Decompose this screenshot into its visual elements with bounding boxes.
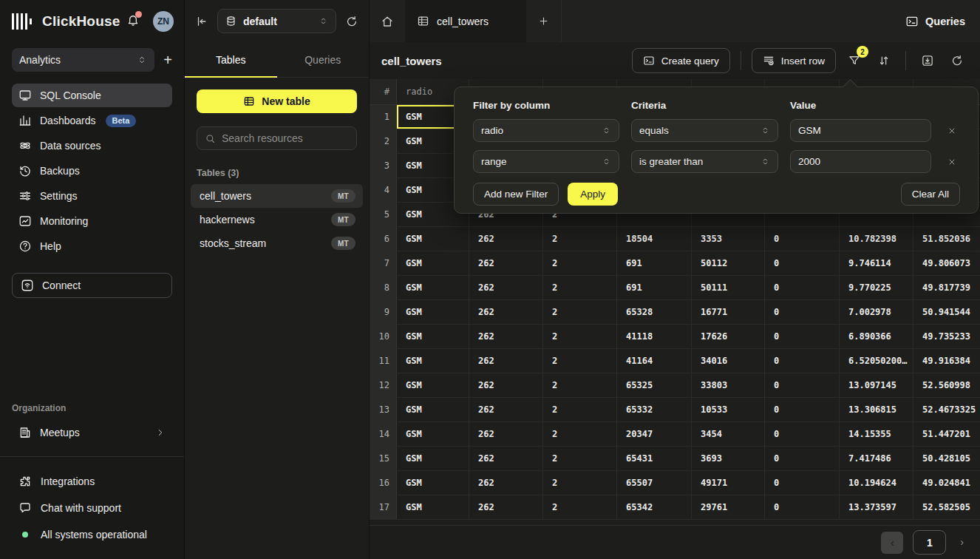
- cell[interactable]: 3454: [692, 422, 765, 446]
- tab-queries[interactable]: Queries: [277, 42, 370, 77]
- cell[interactable]: 2: [543, 300, 617, 324]
- remove-filter-button[interactable]: [943, 157, 961, 166]
- cell[interactable]: 0: [765, 300, 840, 324]
- cell[interactable]: 691: [617, 276, 692, 299]
- cell[interactable]: 2: [543, 398, 617, 421]
- remove-filter-button[interactable]: [943, 126, 961, 135]
- filter-criteria-select[interactable]: equals: [631, 119, 778, 142]
- org-select[interactable]: Analytics: [12, 48, 154, 72]
- filter-value-input[interactable]: [790, 150, 931, 173]
- cell-radio[interactable]: GSM: [397, 373, 469, 397]
- cell[interactable]: 65431: [617, 447, 692, 470]
- cell[interactable]: 2: [543, 447, 617, 470]
- cell[interactable]: 2: [543, 422, 617, 446]
- cell-radio[interactable]: GSM: [397, 276, 469, 299]
- cell[interactable]: 6.890366: [840, 325, 913, 348]
- collapse-panel-icon[interactable]: [195, 15, 208, 28]
- cell[interactable]: 0: [765, 251, 840, 275]
- cell[interactable]: 262: [469, 471, 543, 495]
- sidebar-nav-item[interactable]: Settings: [12, 184, 172, 208]
- cell[interactable]: 41164: [617, 349, 692, 373]
- cell[interactable]: 16771: [692, 300, 765, 324]
- cell[interactable]: 262: [469, 422, 543, 446]
- cell-radio[interactable]: GSM: [397, 447, 469, 470]
- cell[interactable]: 3353: [692, 227, 765, 251]
- cell[interactable]: 262: [469, 227, 543, 251]
- cell[interactable]: 65342: [617, 495, 692, 519]
- cell[interactable]: 0: [765, 276, 840, 299]
- cell[interactable]: 0: [765, 495, 840, 519]
- cell[interactable]: 262: [469, 495, 543, 519]
- cell[interactable]: 2: [543, 495, 617, 519]
- sidebar-nav-item[interactable]: Data sources: [12, 134, 172, 157]
- cell[interactable]: 49.024841: [913, 471, 980, 495]
- active-workspace-tab[interactable]: cell_towers: [405, 0, 526, 42]
- cell-radio[interactable]: GSM: [397, 227, 469, 251]
- notifications-button[interactable]: [126, 13, 140, 30]
- cell[interactable]: 50111: [692, 276, 765, 299]
- cell[interactable]: 7.002978: [840, 300, 913, 324]
- cell[interactable]: 50.941544: [913, 300, 980, 324]
- add-new-filter-button[interactable]: Add new Filter: [473, 183, 559, 206]
- cell[interactable]: 41118: [617, 325, 692, 348]
- cell[interactable]: 20347: [617, 422, 692, 446]
- cell[interactable]: 10.194624: [840, 471, 913, 495]
- cell[interactable]: 3693: [692, 447, 765, 470]
- sidebar-nav-item[interactable]: SQL Console: [12, 84, 172, 107]
- sidebar-item-meetups[interactable]: Meetups: [12, 421, 172, 444]
- queries-button[interactable]: Queries: [905, 15, 965, 28]
- cell[interactable]: 18504: [617, 227, 692, 251]
- cell-radio[interactable]: GSM: [397, 495, 469, 519]
- cell[interactable]: 2: [543, 471, 617, 495]
- sidebar-nav-item[interactable]: Help: [12, 234, 172, 258]
- add-service-button[interactable]: +: [163, 52, 172, 67]
- cell[interactable]: 0: [765, 422, 840, 446]
- search-resources-input[interactable]: [222, 132, 349, 144]
- cell[interactable]: 13.097145: [840, 373, 913, 397]
- download-button[interactable]: [916, 50, 939, 72]
- cell[interactable]: 0: [765, 325, 840, 348]
- refresh-table-button[interactable]: [946, 50, 968, 72]
- cell[interactable]: 0: [765, 349, 840, 373]
- table-list-item[interactable]: hackernews MT: [191, 208, 363, 231]
- cell[interactable]: 10533: [692, 398, 765, 421]
- filter-criteria-select[interactable]: is greater than: [631, 150, 778, 173]
- cell[interactable]: 14.15355: [840, 422, 913, 446]
- cell[interactable]: 10.782398: [840, 227, 913, 251]
- apply-filters-button[interactable]: Apply: [568, 183, 618, 206]
- sidebar-footer-item[interactable]: Integrations: [12, 470, 172, 492]
- cell[interactable]: 2: [543, 227, 617, 251]
- new-table-button[interactable]: New table: [197, 89, 357, 113]
- sidebar-nav-item[interactable]: Monitoring: [12, 209, 172, 233]
- previous-page-button[interactable]: ‹: [881, 532, 903, 554]
- table-list-item[interactable]: stocks_stream MT: [191, 231, 363, 255]
- cell[interactable]: 2: [543, 325, 617, 348]
- cell-radio[interactable]: GSM: [397, 398, 469, 421]
- avatar[interactable]: ZN: [153, 11, 174, 32]
- cell[interactable]: 2: [543, 251, 617, 275]
- connect-button[interactable]: Connect: [12, 273, 172, 298]
- cell[interactable]: 2: [543, 276, 617, 299]
- cell[interactable]: 262: [469, 276, 543, 299]
- cell[interactable]: 2: [543, 349, 617, 373]
- filter-value-input[interactable]: [790, 119, 931, 142]
- cell[interactable]: 34016: [692, 349, 765, 373]
- cell[interactable]: 262: [469, 373, 543, 397]
- refresh-resources-icon[interactable]: [345, 15, 358, 28]
- cell[interactable]: 52.560998: [913, 373, 980, 397]
- cell[interactable]: 65325: [617, 373, 692, 397]
- home-tab-button[interactable]: [370, 0, 405, 42]
- cell[interactable]: 51.447201: [913, 422, 980, 446]
- filter-column-select[interactable]: range: [473, 150, 619, 173]
- table-list-item[interactable]: cell_towers MT: [191, 184, 363, 208]
- cell[interactable]: 49.817739: [913, 276, 980, 299]
- cell[interactable]: 9.770225: [840, 276, 913, 299]
- sidebar-nav-item[interactable]: Dashboards Beta: [12, 109, 172, 132]
- cell[interactable]: 2: [543, 373, 617, 397]
- cell[interactable]: 0: [765, 471, 840, 495]
- cell[interactable]: 0: [765, 227, 840, 251]
- current-page-number[interactable]: 1: [913, 530, 946, 555]
- cell[interactable]: 17626: [692, 325, 765, 348]
- cell[interactable]: 262: [469, 300, 543, 324]
- database-select[interactable]: default: [217, 9, 336, 33]
